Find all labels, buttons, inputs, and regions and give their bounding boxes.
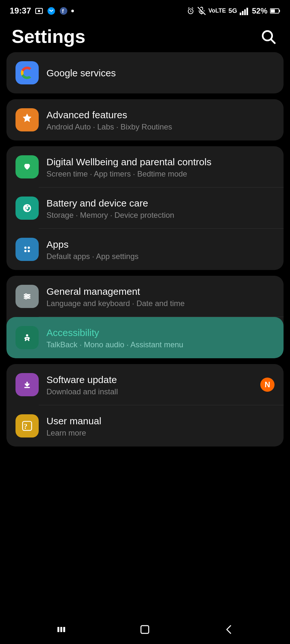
recent-apps-icon <box>54 622 68 637</box>
accessibility-subtitle: TalkBack · Mono audio · Assistant menu <box>46 340 275 349</box>
software-update-subtitle: Download and install <box>46 387 253 396</box>
svg-rect-43 <box>60 627 62 632</box>
alarm-icon <box>186 7 195 15</box>
svg-point-27 <box>28 250 30 252</box>
home-icon <box>138 622 152 637</box>
software-update-badge: N <box>260 378 275 392</box>
heart-circle-icon <box>20 160 34 174</box>
svg-rect-12 <box>242 11 244 15</box>
volte-indicator: VoLTE <box>208 7 226 14</box>
google-services-text: Google services <box>46 67 275 79</box>
digital-wellbeing-title: Digital Wellbeing and parental controls <box>46 156 275 168</box>
advanced-features-item[interactable]: Advanced features Android Auto · Labs · … <box>6 99 284 140</box>
battery-icon-status <box>270 8 280 14</box>
svg-line-7 <box>191 11 191 12</box>
search-icon <box>260 28 276 44</box>
software-update-text: Software update Download and install <box>46 373 253 396</box>
svg-rect-44 <box>63 627 65 632</box>
google-services-card: Google services <box>6 52 284 93</box>
apps-icon <box>15 238 39 261</box>
digital-wellbeing-item[interactable]: Digital Wellbeing and parental controls … <box>6 146 284 187</box>
user-manual-title: User manual <box>46 415 275 427</box>
svg-rect-45 <box>141 626 149 633</box>
battery-percent: 52% <box>252 6 267 15</box>
battery-care-icon <box>20 201 34 215</box>
software-update-title: Software update <box>46 373 253 386</box>
svg-rect-14 <box>246 8 248 15</box>
photo-icon <box>35 6 44 15</box>
facebook-icon: f <box>59 6 68 15</box>
accessibility-text: Accessibility TalkBack · Mono audio · As… <box>46 326 275 349</box>
digital-wellbeing-text: Digital Wellbeing and parental controls … <box>46 156 275 178</box>
svg-text:?: ? <box>24 422 27 430</box>
manual-icon: ? <box>20 419 34 433</box>
svg-line-19 <box>271 39 275 43</box>
google-logo <box>20 66 34 80</box>
update-icon <box>20 378 34 391</box>
apps-subtitle: Default apps · App settings <box>46 252 275 261</box>
digital-wellbeing-icon <box>15 155 39 178</box>
battery-device-care-title: Battery and device care <box>46 197 275 209</box>
svg-rect-17 <box>271 9 275 13</box>
advanced-features-title: Advanced features <box>46 109 275 121</box>
grid-icon <box>20 243 34 256</box>
svg-rect-11 <box>240 13 241 15</box>
battery-device-care-icon <box>15 197 39 220</box>
bottom-nav <box>0 615 290 644</box>
svg-point-24 <box>24 246 26 249</box>
svg-point-34 <box>25 297 27 299</box>
svg-point-25 <box>28 246 30 249</box>
general-management-title: General management <box>46 285 275 298</box>
5g-indicator: 5G <box>228 7 237 14</box>
user-manual-icon: ? <box>15 414 39 437</box>
home-button[interactable] <box>132 620 158 639</box>
apps-text: Apps Default apps · App settings <box>46 238 275 261</box>
general-management-icon <box>15 285 39 308</box>
mute-icon <box>197 7 206 15</box>
general-management-subtitle: Language and keyboard · Date and time <box>46 299 275 308</box>
svg-rect-42 <box>57 627 59 632</box>
svg-text:f: f <box>62 8 64 14</box>
back-icon <box>222 622 236 637</box>
software-update-item[interactable]: Software update Download and install N <box>6 364 284 405</box>
advanced-features-text: Advanced features Android Auto · Labs · … <box>46 109 275 131</box>
settings-main: Google services Advanced features Androi… <box>0 52 290 482</box>
search-button[interactable] <box>258 26 278 47</box>
recent-apps-button[interactable] <box>48 620 74 639</box>
accessibility-item[interactable]: Accessibility TalkBack · Mono audio · As… <box>6 317 284 358</box>
dot-indicator <box>71 10 74 12</box>
google-services-title: Google services <box>46 67 275 79</box>
svg-rect-13 <box>244 9 246 15</box>
time-display: 19:37 <box>10 6 31 16</box>
digital-wellbeing-subtitle: Screen time · App timers · Bedtime mode <box>46 169 275 178</box>
sliders-icon <box>20 290 34 303</box>
user-manual-item[interactable]: ? User manual Learn more <box>6 405 284 447</box>
google-services-item[interactable]: Google services <box>6 52 284 93</box>
svg-point-1 <box>38 10 40 12</box>
user-manual-subtitle: Learn more <box>46 428 275 437</box>
header: Settings <box>0 19 290 52</box>
apps-title: Apps <box>46 238 275 251</box>
settings-list: Google services Advanced features Androi… <box>0 52 290 447</box>
advanced-features-card: Advanced features Android Auto · Labs · … <box>6 99 284 140</box>
svg-line-9 <box>192 7 193 8</box>
svg-point-26 <box>24 250 26 252</box>
status-left: 19:37 f <box>10 6 74 16</box>
svg-point-23 <box>22 244 33 255</box>
svg-point-33 <box>27 295 29 297</box>
apps-item[interactable]: Apps Default apps · App settings <box>6 229 284 270</box>
general-management-item[interactable]: General management Language and keyboard… <box>6 276 284 317</box>
svg-line-8 <box>188 7 189 8</box>
battery-device-care-subtitle: Storage · Memory · Device protection <box>46 211 275 220</box>
software-update-icon <box>15 373 39 396</box>
signal-icon <box>240 7 249 15</box>
battery-device-care-item[interactable]: Battery and device care Storage · Memory… <box>6 187 284 229</box>
status-bar: 19:37 f VoLTE 5G 52% <box>0 0 290 19</box>
back-button[interactable] <box>216 620 242 639</box>
user-manual-text: User manual Learn more <box>46 415 275 437</box>
battery-device-care-text: Battery and device care Storage · Memory… <box>46 197 275 220</box>
digital-battery-apps-card: Digital Wellbeing and parental controls … <box>6 146 284 270</box>
advanced-features-subtitle: Android Auto · Labs · Bixby Routines <box>46 122 275 131</box>
advanced-features-icon <box>15 108 39 131</box>
gear-star-icon <box>21 113 34 126</box>
